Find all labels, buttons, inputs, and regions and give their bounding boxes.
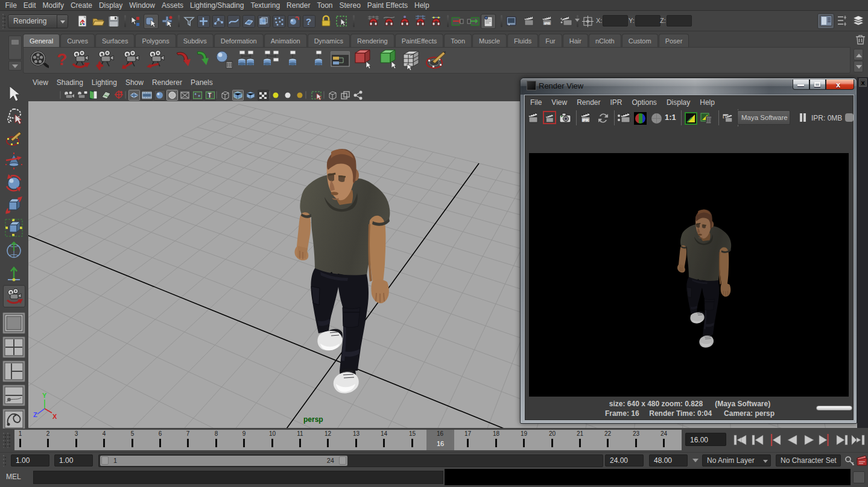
svg-text:X: X <box>52 413 57 420</box>
svg-text:IPR: IPR <box>582 118 589 122</box>
svg-text:T: T <box>208 92 212 99</box>
svg-text:Z: Z <box>33 411 37 418</box>
svg-text:IPR: IPR <box>544 22 551 25</box>
svg-text:persp: persp <box>303 415 323 424</box>
svg-text:Y: Y <box>42 392 47 399</box>
svg-text:?: ? <box>306 16 311 27</box>
svg-text:?: ? <box>57 50 67 69</box>
